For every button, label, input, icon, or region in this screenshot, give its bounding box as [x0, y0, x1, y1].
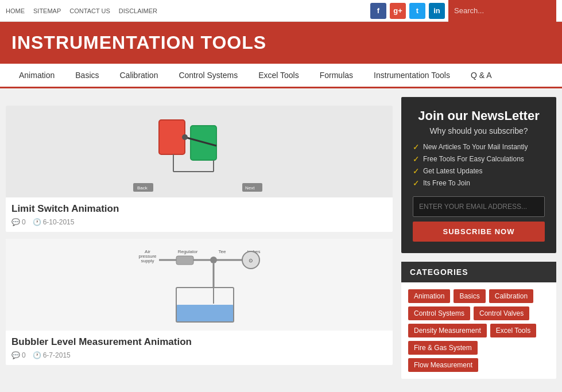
top-bar: HOME SITEMAP CONTACT US DISCLAIMER f g+ … [0, 0, 562, 22]
date-2: 6-7-2015 [43, 351, 71, 359]
cat-density[interactable]: Density Measurement [408, 324, 487, 337]
google-plus-icon[interactable]: g+ [390, 3, 406, 19]
article-date-2: 6-7-2015 [33, 351, 71, 359]
comment-icon-2 [11, 351, 20, 359]
clock-icon-1 [33, 218, 41, 226]
limit-switch-svg: Back Next [130, 108, 268, 195]
main-content: INSTRUMENTATION ANIMATION Wheatst [6, 97, 393, 379]
article-card-1: Back Next Limit Switch Animation [6, 106, 393, 232]
main-nav: Animation Basics Calibration Control Sys… [0, 64, 562, 88]
nav-sitemap[interactable]: SITEMAP [33, 7, 61, 14]
site-title: INSTRUMENTATION TOOLS [11, 32, 551, 53]
twitter-icon[interactable]: t [409, 3, 425, 19]
categories-title: CATEGORIES [401, 262, 556, 282]
svg-rect-19 [159, 120, 185, 154]
subscribe-button[interactable]: SUBSCRIBE NOW [413, 222, 545, 242]
svg-text:Tee: Tee [219, 249, 226, 254]
nav-calibration[interactable]: Calibration [110, 64, 169, 87]
check-icon-4: ✓ [413, 178, 420, 188]
cat-control-valves[interactable]: Control Valves [474, 306, 529, 320]
date-1: 6-10-2015 [43, 218, 75, 226]
sidebar: Join our NewsLetter Why should you subsc… [401, 97, 556, 379]
newsletter-box: Join our NewsLetter Why should you subsc… [401, 97, 556, 253]
cat-calibration[interactable]: Calibration [489, 289, 533, 303]
article-meta-2: 0 6-7-2015 [11, 351, 387, 359]
content-wrapper: INSTRUMENTATION ANIMATION Wheatst [0, 88, 562, 387]
newsletter-subtitle: Why should you subscribe? [413, 126, 545, 135]
article-comments-1: 0 [11, 218, 26, 226]
site-header: INSTRUMENTATION TOOLS [0, 22, 562, 64]
newsletter-title: Join our NewsLetter [413, 108, 545, 123]
check-icon-1: ✓ [413, 142, 420, 152]
article-body-2: Bubbler Level Measurement Animation 0 6-… [6, 331, 393, 365]
search-input[interactable] [454, 6, 551, 15]
svg-text:Regulator: Regulator [178, 249, 198, 254]
check-icon-3: ✓ [413, 166, 420, 176]
newsletter-benefits: ✓ New Articles To Your Mail Instantly ✓ … [413, 142, 545, 188]
nav-disclaimer[interactable]: DISCLAIMER [119, 7, 157, 14]
svg-text:⊙: ⊙ [249, 258, 253, 263]
nav-animation[interactable]: Animation [9, 64, 65, 87]
article-thumb-2[interactable]: Air pressure supply Regulator Tee inches [6, 239, 393, 331]
article-thumb-1[interactable]: Back Next [6, 106, 393, 197]
top-nav-links: HOME SITEMAP CONTACT US DISCLAIMER [6, 7, 157, 14]
cat-fire-gas[interactable]: Fire & Gas System [408, 341, 478, 355]
article-title-2[interactable]: Bubbler Level Measurement Animation [11, 336, 387, 348]
comment-count-2: 0 [22, 351, 26, 359]
benefit-1: ✓ New Articles To Your Mail Instantly [413, 142, 545, 152]
facebook-icon[interactable]: f [370, 3, 386, 19]
clock-icon-2 [33, 351, 41, 359]
check-icon-2: ✓ [413, 154, 420, 164]
svg-rect-42 [177, 305, 233, 321]
nav-basics[interactable]: Basics [65, 64, 109, 87]
nav-home[interactable]: HOME [6, 7, 25, 14]
comment-icon-1 [11, 218, 20, 226]
benefit-3: ✓ Get Latest Updates [413, 166, 545, 176]
article-date-1: 6-10-2015 [33, 218, 75, 226]
categories-box: CATEGORIES Animation Basics Calibration … [401, 262, 556, 379]
svg-point-22 [182, 134, 188, 140]
benefit-2: ✓ Free Tools For Easy Calculations [413, 154, 545, 164]
article-comments-2: 0 [11, 351, 26, 359]
comment-count-1: 0 [22, 218, 26, 226]
search-box [448, 0, 556, 22]
cat-animation[interactable]: Animation [408, 289, 450, 303]
top-bar-right: f g+ t in [370, 0, 556, 22]
cat-basics[interactable]: Basics [454, 289, 485, 303]
categories-tags: Animation Basics Calibration Control Sys… [401, 282, 556, 379]
nav-control-systems[interactable]: Control Systems [168, 64, 248, 87]
svg-rect-34 [176, 256, 193, 265]
cat-excel[interactable]: Excel Tools [490, 324, 536, 337]
nav-contact[interactable]: CONTACT US [69, 7, 110, 14]
cat-flow[interactable]: Flow Measurement [408, 358, 478, 372]
article-title-1[interactable]: Limit Switch Animation [11, 203, 387, 215]
svg-text:supply: supply [141, 258, 154, 263]
cat-control-systems[interactable]: Control Systems [408, 306, 470, 320]
linkedin-icon[interactable]: in [429, 3, 445, 19]
article-meta-1: 0 6-10-2015 [11, 218, 387, 226]
nav-instrumentation-tools[interactable]: Instrumentation Tools [363, 64, 460, 87]
nav-qa[interactable]: Q & A [460, 64, 502, 87]
svg-text:Next: Next [245, 185, 255, 191]
svg-text:Back: Back [137, 185, 148, 191]
nav-excel-tools[interactable]: Excel Tools [248, 64, 309, 87]
email-input[interactable] [413, 196, 545, 217]
benefit-4: ✓ Its Free To Join [413, 178, 545, 188]
article-card-2: Air pressure supply Regulator Tee inches [6, 239, 393, 365]
nav-formulas[interactable]: Formulas [309, 64, 363, 87]
article-body-1: Limit Switch Animation 0 6-10-2015 [6, 197, 393, 232]
bubbler-svg: Air pressure supply Regulator Tee inches [130, 242, 268, 328]
